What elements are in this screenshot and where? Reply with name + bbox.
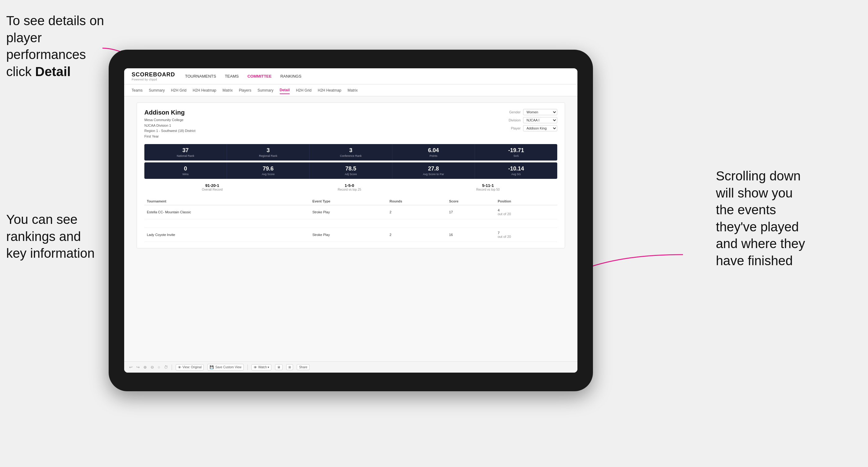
division-select[interactable]: NJCAA I NJCAA II (523, 117, 557, 123)
sub-h2hheatmap1[interactable]: H2H Heatmap (193, 87, 216, 94)
sub-detail[interactable]: Detail (280, 87, 290, 94)
sub-matrix1[interactable]: Matrix (223, 87, 233, 94)
sub-h2hgrid2[interactable]: H2H Grid (296, 87, 311, 94)
player-region: Region 1 - Southwest (18) District (144, 128, 195, 134)
toolbar-share[interactable]: Share (297, 364, 310, 370)
player-year: First Year (144, 134, 195, 139)
player-info: Addison King Mesa Community College NJCA… (144, 109, 195, 139)
stat-value-sos: -19.71 (477, 147, 555, 154)
tablet-frame: SCOREBOARD Powered by clippd TOURNAMENTS… (108, 50, 593, 391)
record-overall-value: 91-20-1 (202, 183, 223, 188)
record-overall: 91-20-1 Overall Record (202, 183, 223, 191)
logo-subtitle: Powered by clippd (132, 78, 175, 81)
save-icon: 💾 (210, 365, 214, 369)
sub-matrix2[interactable]: Matrix (348, 87, 358, 94)
player-label: Player (504, 126, 521, 130)
stat-label-national-rank: National Rank (147, 154, 224, 157)
division-row: Division NJCAA I NJCAA II (504, 117, 557, 123)
toolbar-watch[interactable]: 👁 Watch ▾ (251, 364, 272, 370)
stat-label-wins: Wins (147, 173, 224, 176)
stat-label-regional-rank: Regional Rank (229, 154, 307, 157)
toolbar-separator-1 (172, 365, 172, 370)
record-overall-label: Overall Record (202, 188, 223, 191)
th-score: Score (446, 197, 495, 205)
stat-value-avg-score-par: 27.8 (395, 165, 472, 172)
logo-title: SCOREBOARD (132, 71, 175, 78)
stat-points: 6.04 Points (393, 144, 475, 160)
nav-committee[interactable]: COMMITTEE (247, 73, 272, 80)
player-select[interactable]: Addison King (523, 125, 557, 131)
record-top25: 1-5-0 Record vs top 25 (338, 183, 361, 191)
table-row (144, 219, 557, 228)
grid-label: ⊞ (288, 366, 291, 369)
toolbar-zoom-reset[interactable]: ○ (158, 365, 160, 370)
toolbar-screen[interactable]: 🖥 (275, 364, 282, 370)
toolbar-zoom-in[interactable]: ⊕ (144, 365, 147, 370)
record-top25-value: 1-5-0 (338, 183, 361, 188)
td-empty (144, 219, 557, 228)
stat-value-conference-rank: 3 (312, 147, 389, 154)
sub-summary2[interactable]: Summary (257, 87, 273, 94)
stat-national-rank: 37 National Rank (144, 144, 227, 160)
record-top25-label: Record vs top 25 (338, 188, 361, 191)
th-event-type: Event Type (310, 197, 387, 205)
toolbar-timer[interactable]: ⏱ (164, 365, 168, 370)
toolbar-redo[interactable]: ↪ (136, 365, 140, 370)
th-rounds: Rounds (387, 197, 447, 205)
player-row: Player Addison King (504, 125, 557, 131)
td-score-1: 17 (446, 205, 495, 219)
record-top50: 5-11-1 Record vs top 50 (476, 183, 500, 191)
annotation-right: Scrolling down will show you the events … (716, 168, 849, 270)
nav-teams[interactable]: TEAMS (225, 73, 239, 80)
toolbar-undo[interactable]: ↩ (129, 365, 132, 370)
nav-tournaments[interactable]: TOURNAMENTS (185, 73, 216, 80)
table-row: Estella CC- Mountain Classic Stroke Play… (144, 205, 557, 219)
player-name: Addison King (144, 109, 195, 116)
bottom-toolbar: ↩ ↪ ⊕ ⊖ ○ ⏱ 👁 View: Original 💾 Save Cust… (124, 362, 578, 373)
sub-h2hheatmap2[interactable]: H2H Heatmap (318, 87, 341, 94)
tablet-screen: SCOREBOARD Powered by clippd TOURNAMENTS… (124, 68, 578, 373)
annotation-bottom-left: You can see rankings and key information (6, 211, 124, 262)
stats-row-1: 37 National Rank 3 Regional Rank 3 Confe… (144, 144, 557, 160)
sub-players[interactable]: Players (239, 87, 251, 94)
view-icon: 👁 (178, 366, 181, 369)
stat-label-avg-score-par: Avg Score to Par (395, 173, 472, 176)
stat-value-national-rank: 37 (147, 147, 224, 154)
td-score-3: 16 (446, 228, 495, 242)
scoreboard-logo: SCOREBOARD Powered by clippd (132, 71, 175, 81)
sub-h2hgrid1[interactable]: H2H Grid (171, 87, 187, 94)
record-row: 91-20-1 Overall Record 1-5-0 Record vs t… (144, 181, 557, 194)
screen-label: 🖥 (277, 366, 280, 369)
stat-value-avg-sg: -10.14 (477, 165, 555, 172)
stat-label-points: Points (395, 154, 472, 157)
tournament-table: Tournament Event Type Rounds Score Posit… (144, 197, 557, 242)
stat-label-avg-score: Avg Score (229, 173, 307, 176)
gender-select[interactable]: Women Men (523, 109, 557, 115)
table-row: Lady Coyote Invite Stroke Play 2 16 7out… (144, 228, 557, 242)
player-division: NJCAA Division 1 (144, 123, 195, 129)
view-original-label: View: Original (183, 366, 202, 369)
sub-summary1[interactable]: Summary (149, 87, 164, 94)
table-body: Estella CC- Mountain Classic Stroke Play… (144, 205, 557, 242)
stat-label-avg-sg: Avg SG (477, 173, 555, 176)
sub-teams[interactable]: Teams (132, 87, 143, 94)
toolbar-zoom-out[interactable]: ⊖ (151, 365, 154, 370)
annotation-top-left: To see details on player performances cl… (6, 12, 118, 80)
td-tournament-3: Lady Coyote Invite (144, 228, 310, 242)
stat-adj-score: 78.5 Adj Score (310, 162, 392, 179)
toolbar-save-custom-view[interactable]: 💾 Save Custom View (207, 364, 243, 370)
share-label: Share (299, 366, 307, 369)
division-label: Division (504, 118, 521, 122)
toolbar-view-original[interactable]: 👁 View: Original (176, 364, 204, 370)
nav-rankings[interactable]: RANKINGS (280, 73, 302, 80)
stat-avg-sg: -10.14 Avg SG (475, 162, 557, 179)
stat-value-wins: 0 (147, 165, 224, 172)
record-top50-value: 5-11-1 (476, 183, 500, 188)
stat-value-regional-rank: 3 (229, 147, 307, 154)
stats-row-2: 0 Wins 79.6 Avg Score 78.5 Adj Score 27.… (144, 162, 557, 179)
stat-label-sos: SoS (477, 154, 555, 157)
stat-value-avg-score: 79.6 (229, 165, 307, 172)
td-position-1: 4out of 20 (495, 205, 557, 219)
sub-nav: Teams Summary H2H Grid H2H Heatmap Matri… (124, 85, 578, 96)
toolbar-grid[interactable]: ⊞ (286, 364, 293, 370)
